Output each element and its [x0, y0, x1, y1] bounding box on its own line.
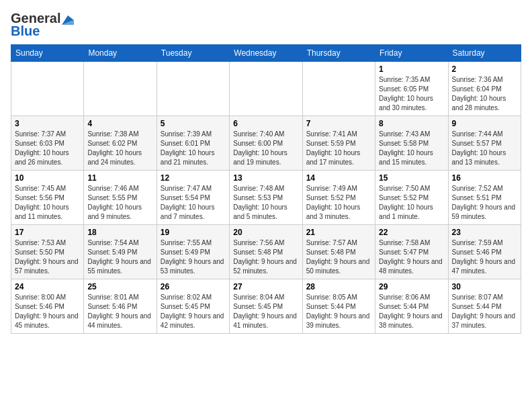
cell-sun-info: Sunrise: 8:00 AM Sunset: 5:46 PM Dayligh… [15, 293, 80, 330]
day-number: 9 [452, 119, 517, 128]
cell-sun-info: Sunrise: 7:49 AM Sunset: 5:52 PM Dayligh… [306, 184, 371, 222]
day-number: 6 [233, 119, 298, 128]
calendar-cell: 9Sunrise: 7:44 AM Sunset: 5:57 PM Daylig… [448, 116, 521, 171]
day-number: 26 [161, 282, 226, 291]
calendar-cell [230, 62, 302, 116]
calendar-cell [157, 62, 229, 116]
calendar-cell [84, 62, 157, 116]
calendar-cell: 4Sunrise: 7:38 AM Sunset: 6:02 PM Daylig… [84, 116, 157, 171]
calendar-cell: 16Sunrise: 7:52 AM Sunset: 5:51 PM Dayli… [448, 171, 521, 225]
cell-sun-info: Sunrise: 7:59 AM Sunset: 5:46 PM Dayligh… [452, 238, 517, 276]
calendar-cell: 5Sunrise: 7:39 AM Sunset: 6:01 PM Daylig… [157, 116, 229, 171]
day-number: 2 [452, 64, 517, 74]
calendar-cell [11, 62, 84, 116]
day-number: 24 [15, 282, 80, 291]
weekday-header-tuesday: Tuesday [157, 45, 229, 62]
cell-sun-info: Sunrise: 7:55 AM Sunset: 5:49 PM Dayligh… [161, 238, 226, 276]
calendar-cell: 1Sunrise: 7:35 AM Sunset: 6:05 PM Daylig… [375, 62, 448, 116]
day-number: 20 [233, 228, 298, 237]
calendar-cell: 27Sunrise: 8:04 AM Sunset: 5:45 PM Dayli… [230, 279, 302, 334]
cell-sun-info: Sunrise: 8:04 AM Sunset: 5:45 PM Dayligh… [233, 293, 298, 330]
calendar-cell: 2Sunrise: 7:36 AM Sunset: 6:04 PM Daylig… [448, 62, 521, 116]
weekday-header-friday: Friday [375, 45, 448, 62]
day-number: 27 [233, 282, 298, 291]
day-number: 21 [306, 228, 371, 237]
cell-sun-info: Sunrise: 7:39 AM Sunset: 6:01 PM Dayligh… [161, 130, 226, 167]
weekday-header-sunday: Sunday [11, 45, 84, 62]
cell-sun-info: Sunrise: 7:44 AM Sunset: 5:57 PM Dayligh… [452, 130, 517, 167]
cell-sun-info: Sunrise: 7:54 AM Sunset: 5:49 PM Dayligh… [87, 238, 152, 276]
weekday-header-thursday: Thursday [302, 45, 375, 62]
day-number: 28 [306, 282, 371, 291]
calendar-cell: 19Sunrise: 7:55 AM Sunset: 5:49 PM Dayli… [157, 225, 229, 279]
calendar-cell: 21Sunrise: 7:57 AM Sunset: 5:48 PM Dayli… [302, 225, 375, 279]
week-row-1: 1Sunrise: 7:35 AM Sunset: 6:05 PM Daylig… [11, 62, 521, 116]
calendar-cell: 17Sunrise: 7:53 AM Sunset: 5:50 PM Dayli… [11, 225, 84, 279]
day-number: 17 [15, 228, 80, 237]
weekday-header-wednesday: Wednesday [230, 45, 302, 62]
calendar-cell: 11Sunrise: 7:46 AM Sunset: 5:55 PM Dayli… [84, 171, 157, 225]
day-number: 13 [233, 173, 298, 183]
week-row-2: 3Sunrise: 7:37 AM Sunset: 6:03 PM Daylig… [11, 116, 521, 171]
cell-sun-info: Sunrise: 7:45 AM Sunset: 5:56 PM Dayligh… [15, 184, 80, 222]
week-row-4: 17Sunrise: 7:53 AM Sunset: 5:50 PM Dayli… [11, 225, 521, 279]
day-number: 30 [452, 282, 517, 291]
cell-sun-info: Sunrise: 8:05 AM Sunset: 5:44 PM Dayligh… [306, 293, 371, 330]
calendar-cell: 13Sunrise: 7:48 AM Sunset: 5:53 PM Dayli… [230, 171, 302, 225]
day-number: 25 [87, 282, 152, 291]
week-row-3: 10Sunrise: 7:45 AM Sunset: 5:56 PM Dayli… [11, 171, 521, 225]
calendar-cell: 26Sunrise: 8:02 AM Sunset: 5:45 PM Dayli… [157, 279, 229, 334]
day-number: 18 [87, 228, 152, 237]
day-number: 19 [161, 228, 226, 237]
cell-sun-info: Sunrise: 7:57 AM Sunset: 5:48 PM Dayligh… [306, 238, 371, 276]
cell-sun-info: Sunrise: 8:01 AM Sunset: 5:46 PM Dayligh… [87, 293, 152, 330]
day-number: 10 [15, 173, 80, 183]
day-number: 8 [379, 119, 444, 128]
cell-sun-info: Sunrise: 7:52 AM Sunset: 5:51 PM Dayligh… [452, 184, 517, 222]
calendar-cell: 22Sunrise: 7:58 AM Sunset: 5:47 PM Dayli… [375, 225, 448, 279]
calendar-cell: 14Sunrise: 7:49 AM Sunset: 5:52 PM Dayli… [302, 171, 375, 225]
calendar-cell: 24Sunrise: 8:00 AM Sunset: 5:46 PM Dayli… [11, 279, 84, 334]
calendar-cell: 15Sunrise: 7:50 AM Sunset: 5:52 PM Dayli… [375, 171, 448, 225]
calendar-table: SundayMondayTuesdayWednesdayThursdayFrid… [11, 44, 521, 334]
calendar-cell: 30Sunrise: 8:07 AM Sunset: 5:44 PM Dayli… [448, 279, 521, 334]
calendar-cell: 29Sunrise: 8:06 AM Sunset: 5:44 PM Dayli… [375, 279, 448, 334]
calendar-cell: 8Sunrise: 7:43 AM Sunset: 5:58 PM Daylig… [375, 116, 448, 171]
calendar-cell: 10Sunrise: 7:45 AM Sunset: 5:56 PM Dayli… [11, 171, 84, 225]
cell-sun-info: Sunrise: 7:46 AM Sunset: 5:55 PM Dayligh… [87, 184, 152, 222]
calendar-cell: 7Sunrise: 7:41 AM Sunset: 5:59 PM Daylig… [302, 116, 375, 171]
cell-sun-info: Sunrise: 7:36 AM Sunset: 6:04 PM Dayligh… [452, 75, 517, 113]
calendar-cell: 25Sunrise: 8:01 AM Sunset: 5:46 PM Dayli… [84, 279, 157, 334]
cell-sun-info: Sunrise: 7:40 AM Sunset: 6:00 PM Dayligh… [233, 130, 298, 167]
cell-sun-info: Sunrise: 8:02 AM Sunset: 5:45 PM Dayligh… [161, 293, 226, 330]
cell-sun-info: Sunrise: 7:37 AM Sunset: 6:03 PM Dayligh… [15, 130, 80, 167]
cell-sun-info: Sunrise: 7:56 AM Sunset: 5:48 PM Dayligh… [233, 238, 298, 276]
cell-sun-info: Sunrise: 8:06 AM Sunset: 5:44 PM Dayligh… [379, 293, 444, 330]
calendar-cell: 6Sunrise: 7:40 AM Sunset: 6:00 PM Daylig… [230, 116, 302, 171]
calendar-cell: 28Sunrise: 8:05 AM Sunset: 5:44 PM Dayli… [302, 279, 375, 334]
logo-blue: Blue [11, 24, 40, 39]
cell-sun-info: Sunrise: 7:38 AM Sunset: 6:02 PM Dayligh… [87, 130, 152, 167]
weekday-header-saturday: Saturday [448, 45, 521, 62]
calendar-cell: 3Sunrise: 7:37 AM Sunset: 6:03 PM Daylig… [11, 116, 84, 171]
logo: General Blue [11, 11, 74, 39]
day-number: 11 [87, 173, 152, 183]
logo-icon [62, 15, 74, 25]
day-number: 7 [306, 119, 371, 128]
day-number: 29 [379, 282, 444, 291]
day-number: 12 [161, 173, 226, 183]
day-number: 14 [306, 173, 371, 183]
weekday-header-monday: Monday [84, 45, 157, 62]
day-number: 22 [379, 228, 444, 237]
cell-sun-info: Sunrise: 7:35 AM Sunset: 6:05 PM Dayligh… [379, 75, 444, 113]
day-number: 5 [161, 119, 226, 128]
calendar-cell: 18Sunrise: 7:54 AM Sunset: 5:49 PM Dayli… [84, 225, 157, 279]
cell-sun-info: Sunrise: 7:48 AM Sunset: 5:53 PM Dayligh… [233, 184, 298, 222]
cell-sun-info: Sunrise: 7:53 AM Sunset: 5:50 PM Dayligh… [15, 238, 80, 276]
day-number: 23 [452, 228, 517, 237]
day-number: 15 [379, 173, 444, 183]
cell-sun-info: Sunrise: 7:41 AM Sunset: 5:59 PM Dayligh… [306, 130, 371, 167]
cell-sun-info: Sunrise: 7:47 AM Sunset: 5:54 PM Dayligh… [161, 184, 226, 222]
cell-sun-info: Sunrise: 8:07 AM Sunset: 5:44 PM Dayligh… [452, 293, 517, 330]
day-number: 1 [379, 64, 444, 74]
